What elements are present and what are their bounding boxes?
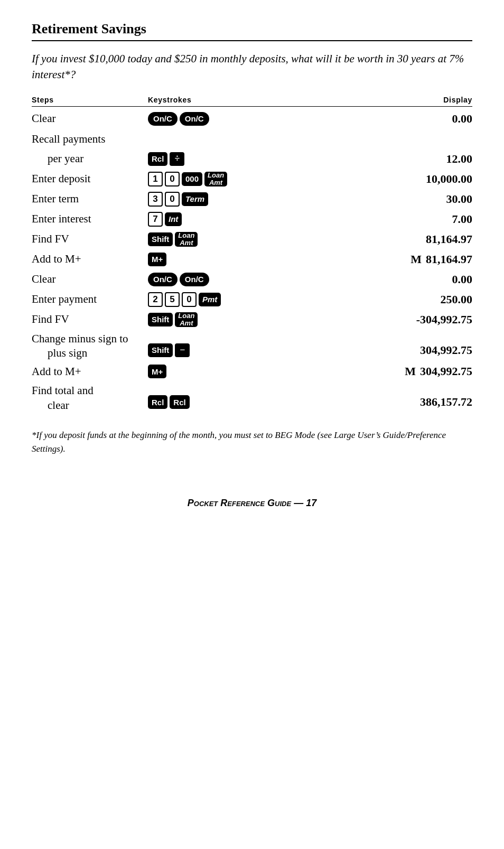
- key-0b: 0: [165, 192, 180, 207]
- key-0a: 0: [165, 172, 180, 186]
- step-row-per-year: per year Rcl ÷ 12.00: [32, 149, 472, 169]
- key-7: 7: [148, 212, 163, 227]
- key-mplus1: M+: [148, 253, 166, 266]
- key-2: 2: [148, 292, 163, 307]
- step-row-add-m2: Add to M+ M+ M 304,992.75: [32, 361, 472, 381]
- display-clear2: 0.00: [285, 273, 472, 286]
- step-label-find-total: Find total and clear: [32, 384, 148, 413]
- steps-table: Clear On/C On/C 0.00 Recall payments per…: [32, 109, 472, 414]
- keys-find-fv2: Shift LoanAmt: [148, 312, 285, 327]
- key-shift1: Shift: [148, 232, 173, 246]
- step-line1-find-total: Find total and: [32, 384, 148, 398]
- step-label-add-m1: Add to M+: [32, 253, 148, 266]
- step-label-find-fv2: Find FV: [32, 313, 148, 326]
- step-row-recall-header: Recall payments: [32, 129, 472, 149]
- key-loan-amt1: LoanAmt: [204, 172, 227, 186]
- key-divide: ÷: [170, 152, 184, 166]
- keys-clear2: On/C On/C: [148, 273, 285, 286]
- key-rcl2: Rcl: [148, 395, 167, 409]
- key-onc2: On/C: [180, 112, 209, 126]
- keys-enter-deposit: 1 0 000 LoanAmt: [148, 172, 285, 186]
- step-row-change-minus: Change minus sign to plus sign Shift − 3…: [32, 330, 472, 362]
- key-mplus2: M+: [148, 365, 166, 378]
- step-row-enter-interest: Enter interest 7 Int 7.00: [32, 209, 472, 229]
- step-line1-change-minus: Change minus sign to: [32, 332, 148, 346]
- key-0c: 0: [182, 292, 197, 307]
- display-change-minus: 304,992.75: [285, 332, 472, 357]
- key-pmt: Pmt: [199, 293, 221, 306]
- step-label-find-fv1: Find FV: [32, 232, 148, 246]
- step-line2-change-minus: plus sign: [32, 346, 148, 360]
- footer-text: Pocket Reference Guide — 17: [188, 498, 316, 508]
- keys-enter-term: 3 0 Term: [148, 192, 285, 207]
- keys-enter-interest: 7 Int: [148, 212, 285, 227]
- key-shift3: Shift: [148, 343, 173, 357]
- keys-change-minus: Shift −: [148, 332, 285, 357]
- m-indicator1: M: [410, 253, 422, 266]
- step-row-add-m1: Add to M+ M+ M 81,164.97: [32, 249, 472, 269]
- display-add-m2: M 304,992.75: [285, 365, 472, 378]
- display-find-fv1: 81,164.97: [285, 232, 472, 246]
- step-label-clear1: Clear: [32, 112, 148, 125]
- step-row-clear1: Clear On/C On/C 0.00: [32, 109, 472, 129]
- display-enter-payment: 250.00: [285, 293, 472, 306]
- step-label-per-year: per year: [32, 152, 148, 165]
- step-line2-find-total: clear: [32, 398, 148, 413]
- key-minus: −: [175, 343, 190, 357]
- col-header-steps: Steps: [32, 96, 148, 104]
- step-row-find-total: Find total and clear Rcl Rcl 386,157.72: [32, 381, 472, 414]
- display-value-add-m2: 304,992.75: [420, 365, 472, 378]
- footnote: *If you deposit funds at the beginning o…: [32, 428, 472, 455]
- display-find-total: 386,157.72: [285, 384, 472, 409]
- key-int: Int: [165, 212, 182, 226]
- step-label-add-m2: Add to M+: [32, 365, 148, 378]
- step-row-find-fv1: Find FV Shift LoanAmt 81,164.97: [32, 229, 472, 249]
- step-label-enter-interest: Enter interest: [32, 212, 148, 226]
- step-row-enter-term: Enter term 3 0 Term 30.00: [32, 189, 472, 209]
- keys-add-m1: M+: [148, 253, 285, 266]
- table-header: Steps Keystrokes Display: [32, 96, 472, 107]
- keys-enter-payment: 2 5 0 Pmt: [148, 292, 285, 307]
- footer: Pocket Reference Guide — 17: [32, 477, 472, 509]
- display-enter-deposit: 10,000.00: [285, 172, 472, 186]
- step-label-recall: Recall payments: [32, 132, 148, 146]
- display-per-year: 12.00: [285, 152, 472, 166]
- keys-find-total: Rcl Rcl: [148, 384, 285, 409]
- step-label-clear2: Clear: [32, 273, 148, 286]
- key-onc3: On/C: [148, 273, 178, 286]
- step-label-enter-term: Enter term: [32, 192, 148, 206]
- step-label-enter-payment: Enter payment: [32, 293, 148, 306]
- keys-add-m2: M+: [148, 365, 285, 378]
- step-row-clear2: Clear On/C On/C 0.00: [32, 269, 472, 290]
- intro-text: If you invest $10,000 today and $250 in …: [32, 51, 472, 83]
- step-label-enter-deposit: Enter deposit: [32, 172, 148, 185]
- key-onc1: On/C: [148, 112, 178, 126]
- step-row-enter-deposit: Enter deposit 1 0 000 LoanAmt 10,000.00: [32, 169, 472, 189]
- keys-per-year: Rcl ÷: [148, 152, 285, 166]
- step-label-change-minus: Change minus sign to plus sign: [32, 332, 148, 361]
- display-enter-term: 30.00: [285, 192, 472, 206]
- display-clear1: 0.00: [285, 112, 472, 126]
- key-loan-amt2: LoanAmt: [175, 232, 198, 247]
- display-enter-interest: 7.00: [285, 212, 472, 226]
- col-header-display: Display: [285, 96, 472, 104]
- display-value-add-m1: 81,164.97: [426, 253, 472, 266]
- m-indicator2: M: [405, 365, 416, 378]
- key-5: 5: [165, 292, 180, 307]
- key-000: 000: [182, 172, 202, 186]
- step-row-enter-payment: Enter payment 2 5 0 Pmt 250.00: [32, 290, 472, 310]
- keys-clear1: On/C On/C: [148, 112, 285, 126]
- display-add-m1: M 81,164.97: [285, 253, 472, 266]
- key-shift2: Shift: [148, 313, 173, 326]
- key-rcl: Rcl: [148, 152, 167, 166]
- key-onc4: On/C: [180, 273, 209, 286]
- page-title: Retirement Savings: [32, 21, 472, 41]
- key-rcl3: Rcl: [170, 395, 189, 409]
- key-1: 1: [148, 172, 163, 186]
- display-find-fv2: -304,992.75: [285, 313, 472, 326]
- key-loan-amt3: LoanAmt: [175, 312, 198, 327]
- step-row-find-fv2: Find FV Shift LoanAmt -304,992.75: [32, 310, 472, 330]
- key-term: Term: [182, 192, 208, 206]
- keys-find-fv1: Shift LoanAmt: [148, 232, 285, 247]
- col-header-keystrokes: Keystrokes: [148, 96, 285, 104]
